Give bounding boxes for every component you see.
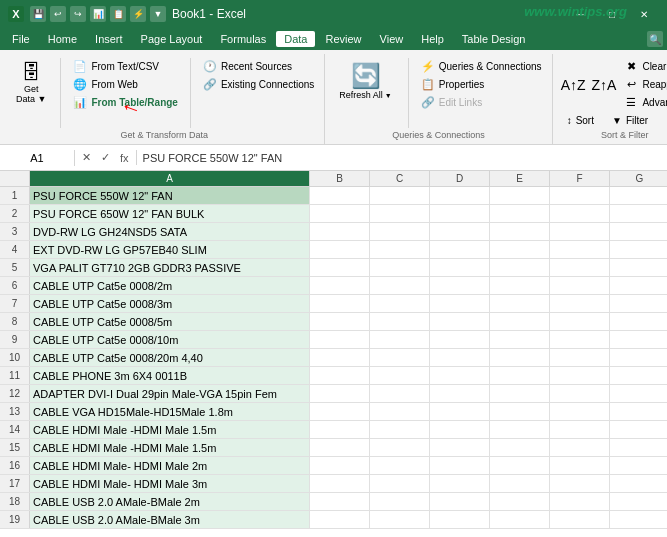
menu-home[interactable]: Home: [40, 31, 85, 47]
from-text-csv-button[interactable]: 📄 From Text/CSV: [69, 58, 182, 75]
table-row[interactable]: 19CABLE USB 2.0 AMale-BMale 3m: [0, 511, 667, 529]
cell-e-8[interactable]: [490, 313, 550, 330]
cell-a-9[interactable]: CABLE UTP Cat5e 0008/10m: [30, 331, 310, 348]
cell-f-1[interactable]: [550, 187, 610, 204]
cell-d-5[interactable]: [430, 259, 490, 276]
cell-d-17[interactable]: [430, 475, 490, 492]
sort-az-button[interactable]: A↑Z: [559, 75, 588, 95]
cell-a-8[interactable]: CABLE UTP Cat5e 0008/5m: [30, 313, 310, 330]
cell-a-17[interactable]: CABLE HDMI Male- HDMI Male 3m: [30, 475, 310, 492]
table-row[interactable]: 14CABLE HDMI Male -HDMI Male 1.5m: [0, 421, 667, 439]
cell-e-6[interactable]: [490, 277, 550, 294]
table-row[interactable]: 3DVD-RW LG GH24NSD5 SATA: [0, 223, 667, 241]
cell-g-12[interactable]: [610, 385, 667, 402]
cell-b-17[interactable]: [310, 475, 370, 492]
cell-g-9[interactable]: [610, 331, 667, 348]
confirm-formula-icon[interactable]: ✓: [98, 150, 113, 165]
col-header-b[interactable]: B: [310, 171, 370, 186]
col-header-f[interactable]: F: [550, 171, 610, 186]
cell-b-14[interactable]: [310, 421, 370, 438]
cell-b-6[interactable]: [310, 277, 370, 294]
cell-d-1[interactable]: [430, 187, 490, 204]
cell-c-14[interactable]: [370, 421, 430, 438]
col-header-g[interactable]: G: [610, 171, 667, 186]
menu-data[interactable]: Data: [276, 31, 315, 47]
menu-file[interactable]: File: [4, 31, 38, 47]
cell-g-4[interactable]: [610, 241, 667, 258]
col-header-c[interactable]: C: [370, 171, 430, 186]
cell-g-10[interactable]: [610, 349, 667, 366]
table-row[interactable]: 12ADAPTER DVI-I Dual 29pin Male-VGA 15pi…: [0, 385, 667, 403]
edit-links-button[interactable]: 🔗 Edit Links: [417, 94, 546, 111]
cell-f-5[interactable]: [550, 259, 610, 276]
cell-d-15[interactable]: [430, 439, 490, 456]
cell-f-16[interactable]: [550, 457, 610, 474]
cell-c-4[interactable]: [370, 241, 430, 258]
reapply-button[interactable]: ↩ Reapply: [620, 76, 667, 93]
cell-c-17[interactable]: [370, 475, 430, 492]
cell-e-3[interactable]: [490, 223, 550, 240]
queries-connections-button[interactable]: ⚡ Queries & Connections: [417, 58, 546, 75]
cell-e-16[interactable]: [490, 457, 550, 474]
table-row[interactable]: 16CABLE HDMI Male- HDMI Male 2m: [0, 457, 667, 475]
cell-a-14[interactable]: CABLE HDMI Male -HDMI Male 1.5m: [30, 421, 310, 438]
cell-g-1[interactable]: [610, 187, 667, 204]
table-row[interactable]: 1PSU FORCE 550W 12" FAN: [0, 187, 667, 205]
cell-a-18[interactable]: CABLE USB 2.0 AMale-BMale 2m: [30, 493, 310, 510]
cell-e-12[interactable]: [490, 385, 550, 402]
cell-b-5[interactable]: [310, 259, 370, 276]
cell-d-7[interactable]: [430, 295, 490, 312]
cell-b-16[interactable]: [310, 457, 370, 474]
menu-formulas[interactable]: Formulas: [212, 31, 274, 47]
cell-b-15[interactable]: [310, 439, 370, 456]
cell-e-14[interactable]: [490, 421, 550, 438]
cell-f-2[interactable]: [550, 205, 610, 222]
cell-g-11[interactable]: [610, 367, 667, 384]
advanced-button[interactable]: ☰ Advanced: [620, 94, 667, 111]
cell-e-4[interactable]: [490, 241, 550, 258]
cell-f-3[interactable]: [550, 223, 610, 240]
cell-c-3[interactable]: [370, 223, 430, 240]
cell-b-10[interactable]: [310, 349, 370, 366]
table-row[interactable]: 10CABLE UTP Cat5e 0008/20m 4,40: [0, 349, 667, 367]
cell-d-6[interactable]: [430, 277, 490, 294]
cell-g-3[interactable]: [610, 223, 667, 240]
cell-g-6[interactable]: [610, 277, 667, 294]
cell-a-15[interactable]: CABLE HDMI Male -HDMI Male 1.5m: [30, 439, 310, 456]
clear-button[interactable]: ✖ Clear: [620, 58, 667, 75]
cell-d-2[interactable]: [430, 205, 490, 222]
table-row[interactable]: 8CABLE UTP Cat5e 0008/5m: [0, 313, 667, 331]
cell-f-8[interactable]: [550, 313, 610, 330]
cell-f-6[interactable]: [550, 277, 610, 294]
cell-a-4[interactable]: EXT DVD-RW LG GP57EB40 SLIM: [30, 241, 310, 258]
dropdown-icon[interactable]: ▼: [150, 6, 166, 22]
cell-g-8[interactable]: [610, 313, 667, 330]
cell-e-17[interactable]: [490, 475, 550, 492]
get-data-button[interactable]: 🗄 GetData ▼: [10, 58, 52, 107]
cell-b-2[interactable]: [310, 205, 370, 222]
cell-f-12[interactable]: [550, 385, 610, 402]
cell-d-10[interactable]: [430, 349, 490, 366]
cell-e-15[interactable]: [490, 439, 550, 456]
cell-a-13[interactable]: CABLE VGA HD15Male-HD15Male 1.8m: [30, 403, 310, 420]
table-row[interactable]: 4EXT DVD-RW LG GP57EB40 SLIM: [0, 241, 667, 259]
cell-g-16[interactable]: [610, 457, 667, 474]
cell-e-1[interactable]: [490, 187, 550, 204]
quick-icon-3[interactable]: ⚡: [130, 6, 146, 22]
cell-a-6[interactable]: CABLE UTP Cat5e 0008/2m: [30, 277, 310, 294]
save-icon[interactable]: 💾: [30, 6, 46, 22]
cell-f-14[interactable]: [550, 421, 610, 438]
name-box[interactable]: A1: [0, 150, 75, 166]
existing-connections-button[interactable]: 🔗 Existing Connections: [199, 76, 318, 93]
cell-b-8[interactable]: [310, 313, 370, 330]
cell-g-13[interactable]: [610, 403, 667, 420]
undo-icon[interactable]: ↩: [50, 6, 66, 22]
cell-f-15[interactable]: [550, 439, 610, 456]
cell-a-10[interactable]: CABLE UTP Cat5e 0008/20m 4,40: [30, 349, 310, 366]
cell-c-13[interactable]: [370, 403, 430, 420]
cell-c-9[interactable]: [370, 331, 430, 348]
cell-a-7[interactable]: CABLE UTP Cat5e 0008/3m: [30, 295, 310, 312]
cell-e-18[interactable]: [490, 493, 550, 510]
cell-f-18[interactable]: [550, 493, 610, 510]
cell-g-15[interactable]: [610, 439, 667, 456]
